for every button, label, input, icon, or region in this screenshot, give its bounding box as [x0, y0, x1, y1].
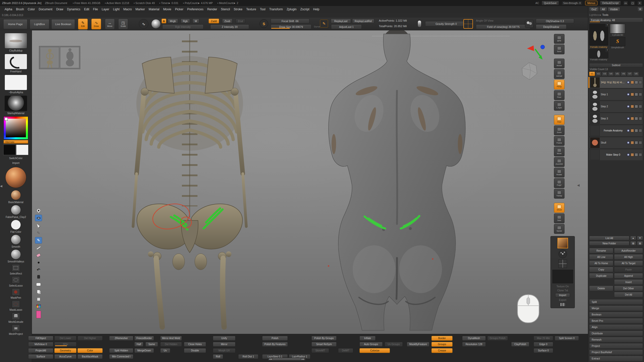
folder-down-icon[interactable] [639, 81, 642, 84]
bottom-bar-button[interactable]: Polish By Groups [311, 336, 337, 341]
subtool-action-button[interactable]: Duplicate [589, 273, 613, 279]
subtool-section-header[interactable]: Align [589, 324, 643, 330]
menu-item[interactable]: File [93, 8, 98, 11]
subtool-section-header[interactable]: Split [589, 299, 643, 305]
material-thumbnail[interactable] [11, 205, 21, 215]
menu-item[interactable]: Color [28, 8, 35, 11]
subtool-row[interactable]: Make Step 0 [589, 149, 643, 161]
visibility-eye-icon[interactable] [627, 105, 630, 108]
folder-down-icon[interactable] [639, 129, 642, 132]
brush-thumbnail[interactable] [5, 33, 27, 49]
bottom-bar-button[interactable]: Morph UV [213, 348, 235, 353]
lightbox-button[interactable]: LightBox [30, 19, 49, 29]
transp-button[interactable]: Transp [554, 189, 565, 199]
import-color-button[interactable]: Import [12, 162, 19, 164]
bottom-bar-button[interactable]: ClayPolish [511, 342, 529, 347]
subtool-row[interactable]: Skull [589, 137, 643, 149]
bottom-bar-button[interactable]: Surface [28, 354, 53, 359]
ghost-button[interactable]: Ghost [554, 203, 565, 213]
shadow-icon[interactable] [525, 20, 534, 28]
see-through-slider[interactable]: See-through- 0 [561, 1, 583, 5]
bottom-bar-button[interactable]: Unify [213, 336, 235, 341]
brush-thumbnail[interactable] [5, 96, 27, 111]
bottom-bar-button[interactable]: ZRemesher [109, 336, 133, 341]
gravity-icon[interactable] [418, 20, 421, 27]
texture-on-button[interactable]: Texture On [556, 285, 569, 288]
current-tool-thumbnail[interactable]: 7 [589, 24, 608, 46]
folder-up-icon[interactable] [635, 141, 638, 144]
bottom-bar-button[interactable]: Border [431, 336, 453, 341]
menu-item[interactable]: Zplugin [287, 8, 296, 11]
grid-icon[interactable] [558, 259, 567, 268]
material-slot[interactable]: BasicMaterial [8, 190, 23, 204]
sidebar-tool-icon[interactable] [12, 264, 20, 272]
live-boolean-button[interactable]: Live Boolean [51, 19, 75, 29]
clone-texture-button[interactable]: Clone Txt [557, 289, 568, 292]
menu-item[interactable]: Transform [269, 8, 283, 11]
angle-of-view-icon[interactable] [463, 19, 473, 29]
texture-import-button[interactable]: Import [555, 293, 570, 297]
texture-export-button[interactable]: Export [559, 299, 566, 301]
polypaint-icon[interactable] [631, 105, 634, 108]
visibility-eye-icon[interactable] [627, 81, 630, 84]
subtool-section-header[interactable]: Bevel Pro [589, 318, 643, 324]
folder-down-icon[interactable] [639, 141, 642, 144]
dot-icon[interactable] [35, 259, 42, 265]
list-all-button[interactable]: List All [589, 236, 629, 240]
white-swatch[interactable] [16, 145, 28, 155]
aahalf-button[interactable]: AAHalf [554, 69, 565, 79]
local-sym-button[interactable]: Gxyz [554, 115, 565, 125]
swatch-icon[interactable] [35, 310, 42, 319]
sidebar-tool-icon[interactable] [12, 325, 20, 332]
frame-button[interactable]: Frame [554, 136, 565, 146]
subtool-row[interactable]: Female Anatomy [589, 125, 643, 137]
clipboard-icon[interactable] [35, 296, 42, 302]
transform-mode-button[interactable]: ◳ Scale [118, 19, 128, 29]
menu-item[interactable]: Stencil [221, 8, 230, 11]
switch-color-button[interactable]: SwitchColor [9, 157, 22, 160]
bottom-bar-button[interactable]: MidValue 0 [28, 342, 53, 347]
bottom-bar-button[interactable]: MaskByFeature [407, 342, 429, 347]
folder-down-icon[interactable] [639, 153, 642, 156]
default-zscript-button[interactable]: DefaultZscript [600, 1, 621, 5]
rotate-button[interactable]: Rotate [554, 168, 565, 177]
subtool-view-tab[interactable]: V1 [589, 72, 595, 76]
sidebar-tool-slot[interactable]: MaskLasso [10, 300, 22, 311]
subtool-action-button[interactable]: All High [614, 254, 643, 260]
brush-slot[interactable]: ClayBuildup [5, 33, 27, 52]
subtool-section-header[interactable]: Project [589, 343, 643, 349]
folder-up-icon[interactable] [635, 153, 638, 156]
move-down-icon[interactable]: ▼ [637, 236, 643, 240]
polypaint-icon[interactable] [631, 153, 634, 156]
subtool-action-button[interactable]: Insert [614, 279, 643, 285]
subtool-action-button[interactable]: All To Home [589, 260, 613, 266]
subtool-row[interactable]: Step 2 [589, 101, 643, 112]
bottom-bar-button[interactable]: Roll [213, 354, 223, 359]
undo-icon[interactable] [35, 267, 42, 273]
folder-b-icon[interactable]: ▨ [637, 241, 643, 246]
visibility-eye-icon[interactable] [627, 141, 630, 144]
replay-last-rel-button[interactable]: ReplayLastRel [352, 19, 374, 23]
bottom-bar-button[interactable]: Del Hidden [160, 342, 182, 347]
sidebar-tool-icon[interactable] [12, 276, 20, 284]
line-icon[interactable] [35, 245, 42, 251]
sidebar-tool-slot[interactable]: MeshExtrude [9, 312, 23, 323]
bottom-bar-button[interactable]: AccuCurve [54, 354, 76, 359]
scroll-grip[interactable] [273, 358, 301, 360]
menu-item[interactable]: Preferences [187, 8, 204, 11]
subtool-row[interactable]: Step 1 [589, 89, 643, 100]
sidebar-tool-icon[interactable] [12, 312, 20, 320]
polypaint-icon[interactable] [631, 141, 634, 144]
alternate-color-button[interactable]: Alternate [4, 140, 28, 144]
bottom-bar-button[interactable]: Groups Polish [487, 336, 508, 341]
sidebar-tool-icon[interactable] [12, 288, 20, 296]
polyframe-button[interactable]: PolyF [554, 178, 565, 188]
bottom-bar-button[interactable]: Double [184, 348, 206, 353]
left-tray-toggle-icon[interactable]: ◀ [0, 184, 2, 188]
bottom-bar-button[interactable]: Polish [262, 336, 288, 341]
subtool-action-button[interactable]: Append [614, 273, 643, 279]
fov-slider[interactable]: Field of view(deg) 39.59775 [476, 24, 531, 29]
floor-button[interactable]: Floor [554, 90, 565, 100]
stroke-s-icon[interactable]: S [260, 19, 268, 28]
polypaint-icon[interactable] [631, 117, 634, 120]
